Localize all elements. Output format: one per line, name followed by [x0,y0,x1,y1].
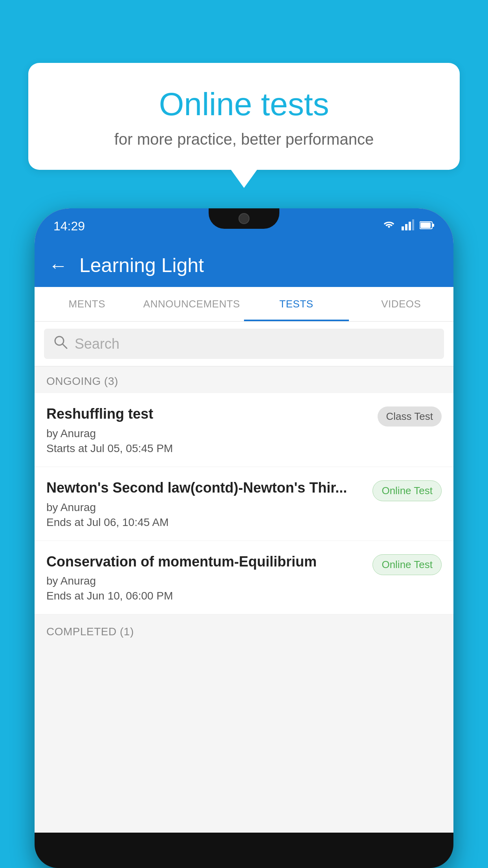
test-info-3: Conservation of momentum-Equilibrium by … [46,553,372,603]
status-icons [382,219,435,233]
search-input[interactable]: Search [75,336,119,352]
tab-videos[interactable]: VIDEOS [349,287,454,321]
test-date-2: Ends at Jul 06, 10:45 AM [46,516,365,529]
svg-rect-2 [409,222,411,230]
svg-rect-0 [402,226,404,230]
search-container: Search [35,322,453,366]
back-button[interactable]: ← [49,255,68,276]
ongoing-section-header: ONGOING (3) [35,366,453,393]
speech-bubble-title: Online tests [44,86,444,122]
front-camera [238,213,250,224]
tab-ments[interactable]: MENTS [35,287,139,321]
tab-bar: MENTS ANNOUNCEMENTS TESTS VIDEOS [35,287,453,322]
test-name-1: Reshuffling test [46,405,370,423]
svg-line-8 [63,344,67,348]
test-info-1: Reshuffling test by Anurag Starts at Jul… [46,405,378,455]
screen-content: Search ONGOING (3) Reshuffling test by A… [35,322,453,833]
app-title: Learning Light [79,254,204,277]
svg-point-7 [55,337,64,345]
completed-label: COMPLETED (1) [46,625,134,638]
search-icon [53,335,68,353]
test-badge-3: Online Test [372,554,442,575]
app-header: ← Learning Light [35,244,453,287]
tab-announcements[interactable]: ANNOUNCEMENTS [139,287,244,321]
speech-bubble-card: Online tests for more practice, better p… [28,63,460,170]
phone-notch [209,208,279,229]
search-input-wrapper[interactable]: Search [44,329,444,359]
completed-section-header: COMPLETED (1) [35,617,453,644]
test-date-3: Ends at Jun 10, 06:00 PM [46,590,365,602]
svg-rect-5 [432,224,434,227]
svg-rect-3 [412,219,414,230]
test-badge-2: Online Test [372,480,442,501]
tab-tests[interactable]: TESTS [244,287,349,321]
status-bar: 14:29 [35,208,453,244]
test-name-3: Conservation of momentum-Equilibrium [46,553,365,571]
ongoing-label: ONGOING (3) [46,375,118,387]
test-author-1: by Anurag [46,427,370,440]
signal-icon [402,219,414,233]
test-item-1[interactable]: Reshuffling test by Anurag Starts at Jul… [35,393,453,467]
test-author-2: by Anurag [46,501,365,514]
wifi-icon [382,219,396,233]
phone-screen: 14:29 [35,208,453,833]
test-item-3[interactable]: Conservation of momentum-Equilibrium by … [35,541,453,615]
battery-icon [420,220,435,232]
svg-rect-1 [405,224,407,230]
test-author-3: by Anurag [46,575,365,587]
test-item-2[interactable]: Newton's Second law(contd)-Newton's Thir… [35,467,453,541]
test-date-1: Starts at Jul 05, 05:45 PM [46,442,370,455]
test-name-2: Newton's Second law(contd)-Newton's Thir… [46,479,365,497]
test-info-2: Newton's Second law(contd)-Newton's Thir… [46,479,372,529]
status-time: 14:29 [53,219,85,234]
speech-bubble-subtitle: for more practice, better performance [44,131,444,148]
svg-rect-6 [420,223,431,228]
test-list: Reshuffling test by Anurag Starts at Jul… [35,393,453,614]
phone-frame: 14:29 [35,208,453,868]
test-badge-1: Class Test [378,406,442,427]
